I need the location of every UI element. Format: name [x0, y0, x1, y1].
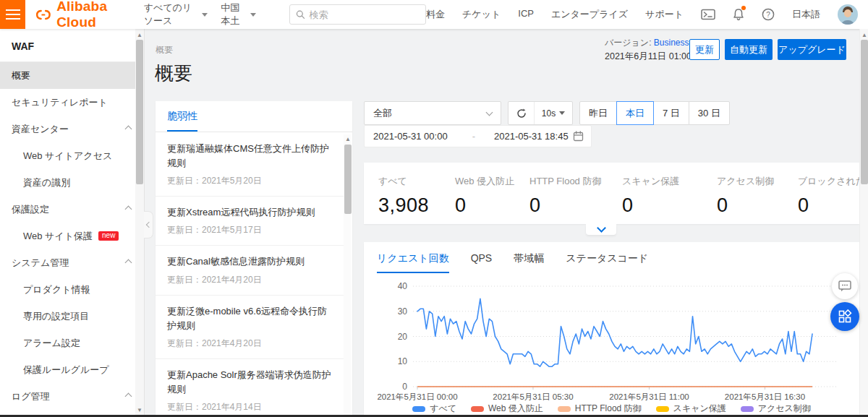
sidebar-item-label: Web サイトアクセス — [23, 150, 112, 163]
sidebar-item-log-management[interactable]: ログ管理 — [0, 383, 144, 410]
statistics-card: すべて3,908Web 侵入防止0HTTP Flood 防御0スキャン保護0アク… — [364, 163, 859, 224]
vulnerability-list-item[interactable]: 更新泛微e-mobile v6.6远程命令执行防护规则更新日：2021年4月20… — [156, 296, 344, 359]
upgrade-button[interactable]: アップグレード — [778, 39, 846, 60]
stat-label: アクセス制御 — [717, 175, 798, 188]
alibaba-cloud-logo-mark — [35, 7, 51, 22]
page-scrollbar-thumb[interactable] — [861, 40, 868, 184]
search-input[interactable] — [309, 9, 420, 20]
legend-label: スキャン保護 — [673, 403, 726, 415]
sidebar-item-asset-center[interactable]: 資産センター — [0, 116, 144, 142]
svg-text:40: 40 — [398, 281, 408, 291]
svg-text:2021年5月31日 11:00: 2021年5月31日 11:00 — [609, 392, 689, 401]
legend-item[interactable]: HTTP Flood 防御 — [558, 403, 642, 415]
chart-tab[interactable]: ステータスコード — [566, 252, 648, 273]
resource-selector[interactable]: すべてのリソース — [144, 1, 208, 27]
legend-label: アクセス制御 — [758, 403, 811, 415]
user-avatar[interactable] — [838, 4, 858, 25]
version-value-link[interactable]: Business — [654, 38, 689, 48]
vulnerability-update-date: 更新日：2021年4月20日 — [167, 274, 336, 286]
date-end-value[interactable]: 2021-05-31 18:45 — [494, 131, 569, 142]
refresh-interval-dropdown[interactable]: 10s — [535, 108, 572, 119]
chart-tab[interactable]: QPS — [471, 252, 493, 273]
sidebar-item-system-management[interactable]: システム管理 — [0, 249, 144, 276]
scroll-up-arrow-icon[interactable]: ▲ — [344, 134, 352, 143]
sidebar-item-alarm-settings[interactable]: アラーム設定 — [0, 330, 144, 356]
sidebar-item-protection-settings[interactable]: 保護設定 — [0, 196, 144, 223]
refresh-control: 10s — [508, 101, 573, 125]
sidebar-item-website-protection[interactable]: Web サイト保護new — [0, 223, 144, 249]
stats-expander-button[interactable] — [586, 224, 616, 235]
top-nav-item[interactable]: ICP — [518, 8, 534, 21]
scroll-up-arrow-icon[interactable]: ▲ — [135, 30, 144, 39]
vulnerability-list-item[interactable]: 更新Apache Solr服务器端请求伪造防护规则更新日：2021年4月14日 — [156, 359, 344, 417]
feedback-button[interactable] — [832, 273, 858, 299]
range-button[interactable]: 本日 — [616, 101, 654, 125]
scroll-down-arrow-icon[interactable]: ▼ — [135, 405, 144, 414]
help-icon[interactable]: ? — [762, 8, 775, 21]
refresh-button[interactable] — [509, 102, 535, 124]
vulnerabilities-tabbar: 脆弱性 — [156, 101, 352, 132]
vulnerability-list-item[interactable]: 更新Xstream远程代码执行防护规则更新日：2021年5月17日 — [156, 197, 344, 246]
sidebar-item-dedicated-settings[interactable]: 専用の設定項目 — [0, 303, 144, 330]
chart-tab[interactable]: リクエスト回数 — [377, 252, 449, 273]
vulnerability-list-item[interactable]: 更新瑞通融媒体CMS任意文件上传防护规则更新日：2021年5月20日 — [156, 133, 344, 197]
stat-label: スキャン保護 — [622, 175, 717, 188]
sidebar-item-security-report[interactable]: セキュリティレポート — [0, 89, 144, 116]
vulnerability-list-item[interactable]: 更新Canal敏感信息泄露防护规则更新日：2021年4月20日 — [156, 246, 344, 295]
chevron-up-icon — [125, 206, 132, 213]
sidebar-item-website-access[interactable]: Web サイトアクセス — [0, 142, 144, 169]
alibaba-cloud-logo[interactable]: Alibaba Cloud — [35, 0, 124, 30]
region-selector[interactable]: 中国本土 — [221, 1, 256, 27]
shortcuts-button[interactable] — [830, 302, 859, 331]
tab-vulnerabilities[interactable]: 脆弱性 — [167, 110, 197, 132]
sidebar-item-asset-identification[interactable]: 資産の識別 — [0, 169, 144, 196]
version-expiry-date: 2021年6月11日 01:00 — [605, 50, 686, 64]
legend-swatch-icon — [656, 406, 669, 412]
notifications-bell-icon[interactable] — [733, 8, 744, 21]
top-nav-item[interactable]: エンタープライズ — [551, 8, 628, 21]
range-button[interactable]: 30 日 — [689, 101, 730, 125]
renew-button[interactable]: 更新 — [689, 39, 720, 60]
sidebar-scrollbar[interactable]: ▲ ▼ — [135, 29, 144, 417]
legend-item[interactable]: すべて — [412, 403, 456, 415]
sidebar-item-product-info[interactable]: プロダクト情報 — [0, 276, 144, 303]
scope-dropdown[interactable]: 全部 — [364, 101, 501, 125]
chevron-down-icon — [559, 111, 565, 115]
legend-item[interactable]: アクセス制御 — [741, 403, 811, 415]
topbar: Alibaba Cloud すべてのリソース 中国本土 料金チケットICPエンタ… — [0, 0, 868, 29]
range-button[interactable]: 7 日 — [653, 101, 689, 125]
breadcrumb[interactable]: 概要 — [156, 44, 173, 56]
stat-value: 0 — [529, 194, 622, 217]
scroll-up-arrow-icon[interactable]: ▲ — [860, 30, 868, 39]
refresh-icon — [516, 108, 527, 119]
date-start-value[interactable]: 2021-05-31 00:00 — [373, 131, 448, 142]
global-search[interactable] — [289, 4, 426, 25]
vulnerability-update-date: 更新日：2021年4月14日 — [167, 401, 336, 413]
sidebar-item-protection-rule-groups[interactable]: 保護ルールグループ — [0, 356, 144, 383]
sidebar-collapse-handle[interactable] — [144, 211, 153, 238]
chevron-up-icon — [125, 126, 132, 133]
legend-swatch-icon — [558, 406, 571, 412]
vulnerabilities-scrollbar[interactable]: ▲ ▼ — [344, 134, 351, 417]
console-terminal-icon[interactable] — [701, 9, 715, 20]
legend-item[interactable]: Web 侵入防止 — [471, 403, 543, 415]
chart-tab[interactable]: 帯域幅 — [514, 252, 544, 273]
auto-renew-button[interactable]: 自動更新 — [725, 39, 773, 60]
region-selector-label: 中国本土 — [221, 1, 246, 27]
top-nav-item[interactable]: サポート — [645, 8, 684, 21]
date-range-picker[interactable]: 2021-05-31 00:00 - 2021-05-31 18:45 — [364, 125, 592, 147]
sidebar-item-overview[interactable]: 概要 — [0, 62, 144, 89]
hamburger-menu-icon[interactable] — [0, 0, 25, 29]
stat-value: 0 — [455, 194, 529, 217]
stat-label: Web 侵入防止 — [455, 175, 529, 188]
sidebar-scrollbar-thumb[interactable] — [136, 40, 143, 184]
legend-item[interactable]: スキャン保護 — [656, 403, 726, 415]
vulnerabilities-scrollbar-thumb[interactable] — [344, 145, 352, 214]
vulnerability-title: 更新瑞通融媒体CMS任意文件上传防护规则 — [167, 142, 336, 171]
top-nav-item[interactable]: チケット — [462, 8, 501, 21]
page-scrollbar[interactable]: ▲ — [859, 29, 868, 417]
language-selector[interactable]: 日本語 — [792, 8, 820, 21]
top-nav-item[interactable]: 料金 — [426, 8, 445, 21]
range-button[interactable]: 昨日 — [579, 101, 617, 125]
vulnerability-title: 更新Xstream远程代码执行防护规则 — [167, 205, 336, 220]
